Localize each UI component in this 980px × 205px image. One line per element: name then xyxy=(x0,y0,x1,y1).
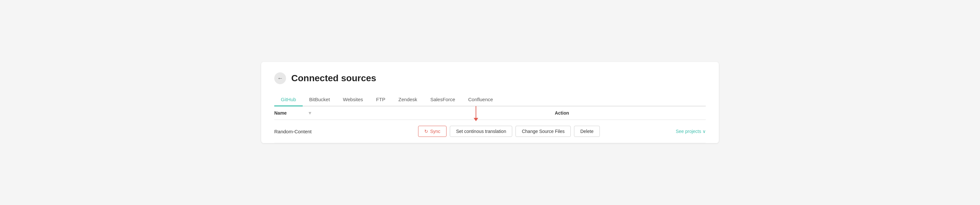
tabs-container: GitHub BitBucket Websites FTP Zendesk Sa… xyxy=(274,93,706,106)
tab-salesforce[interactable]: SalesForce xyxy=(424,93,461,106)
row-actions: ↻ Sync Set continous translation Change … xyxy=(418,126,706,137)
tab-confluence[interactable]: Confluence xyxy=(461,93,500,106)
filter-icon[interactable]: ▼ xyxy=(308,111,312,115)
row-name: Random-Content xyxy=(274,129,418,134)
table-row: Random-Content ↻ Sync Set continous tran… xyxy=(274,120,706,143)
arrow-line xyxy=(476,106,476,118)
set-continuous-translation-button[interactable]: Set continous translation xyxy=(450,126,512,137)
sync-icon: ↻ xyxy=(424,129,428,134)
chevron-down-icon: ∨ xyxy=(703,129,706,134)
page-title: Connected sources xyxy=(291,73,376,83)
tab-ftp[interactable]: FTP xyxy=(369,93,391,106)
sync-button[interactable]: ↻ Sync xyxy=(418,126,447,137)
tab-bitbucket[interactable]: BitBucket xyxy=(303,93,336,106)
tab-github[interactable]: GitHub xyxy=(274,93,303,106)
table-header: Name ▼ Action xyxy=(274,106,706,120)
see-projects-button[interactable]: See projects ∨ xyxy=(676,129,706,134)
page-wrapper: ← Connected sources GitHub BitBucket Web… xyxy=(261,62,719,143)
arrow-head xyxy=(474,118,478,121)
arrow-indicator xyxy=(474,106,478,121)
delete-button[interactable]: Delete xyxy=(574,126,600,137)
tab-zendesk[interactable]: Zendesk xyxy=(392,93,424,106)
col-name-header: Name ▼ xyxy=(274,111,418,115)
back-button[interactable]: ← xyxy=(274,72,286,84)
col-action-header: Action xyxy=(418,111,706,115)
back-icon: ← xyxy=(277,75,283,82)
header: ← Connected sources xyxy=(274,72,706,84)
tab-websites[interactable]: Websites xyxy=(336,93,369,106)
change-source-files-button[interactable]: Change Source Files xyxy=(515,126,571,137)
